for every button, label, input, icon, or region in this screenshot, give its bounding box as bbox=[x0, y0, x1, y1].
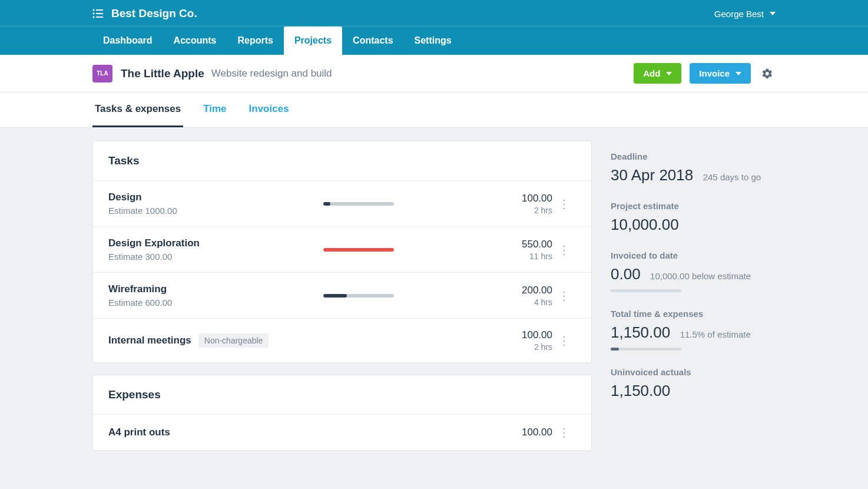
tasks-card: Tasks DesignEstimate 1000.00100.002 hrs⋮… bbox=[92, 141, 592, 363]
task-hours: 4 hrs bbox=[406, 298, 552, 307]
tab-time[interactable]: Time bbox=[201, 92, 228, 127]
nav-item-projects[interactable]: Projects bbox=[284, 27, 342, 55]
task-name: Design Exploration bbox=[108, 237, 200, 249]
row-menu-button[interactable]: ⋮ bbox=[552, 197, 576, 211]
project-description: Website redesign and build bbox=[211, 68, 332, 80]
gear-icon bbox=[761, 68, 773, 80]
invoiced-progress bbox=[611, 289, 681, 292]
nav-item-dashboard[interactable]: Dashboard bbox=[92, 27, 163, 55]
total-label: Total time & expenses bbox=[611, 309, 776, 319]
task-hours: 2 hrs bbox=[406, 342, 552, 352]
invoice-button[interactable]: Invoice bbox=[690, 63, 751, 84]
tab-tasks-expenses[interactable]: Tasks & expenses bbox=[92, 92, 183, 127]
settings-button[interactable] bbox=[759, 65, 776, 82]
tab-invoices[interactable]: Invoices bbox=[247, 92, 291, 127]
task-row[interactable]: Design ExplorationEstimate 300.00550.001… bbox=[93, 226, 591, 272]
total-progress bbox=[611, 348, 681, 351]
row-menu-button[interactable]: ⋮ bbox=[552, 425, 576, 440]
svg-point-0 bbox=[93, 9, 95, 11]
tasks-title: Tasks bbox=[93, 141, 591, 180]
chevron-down-icon bbox=[736, 72, 741, 75]
expenses-title: Expenses bbox=[93, 375, 591, 414]
invoiced-sub: 10,000.00 below estimate bbox=[650, 271, 751, 281]
task-hours: 2 hrs bbox=[406, 206, 552, 215]
invoiced-label: Invoiced to date bbox=[611, 250, 776, 260]
nav-item-contacts[interactable]: Contacts bbox=[342, 27, 403, 55]
task-name: Internal meetings bbox=[108, 335, 191, 346]
add-button-label: Add bbox=[643, 68, 660, 78]
task-estimate: Estimate 1000.00 bbox=[108, 206, 323, 216]
list-icon bbox=[92, 9, 103, 18]
project-tile: TLA bbox=[92, 65, 112, 82]
task-amount: 100.00 bbox=[406, 329, 552, 341]
task-estimate: Estimate 300.00 bbox=[108, 252, 323, 262]
task-row[interactable]: DesignEstimate 1000.00100.002 hrs⋮ bbox=[93, 180, 591, 226]
task-progress bbox=[323, 294, 394, 298]
add-button[interactable]: Add bbox=[634, 63, 681, 84]
project-estimate-value: 10,000.00 bbox=[611, 216, 679, 234]
row-menu-button[interactable]: ⋮ bbox=[552, 243, 576, 257]
task-row[interactable]: Internal meetingsNon-chargeable100.002 h… bbox=[93, 318, 591, 362]
deadline-label: Deadline bbox=[611, 151, 776, 161]
task-name: Wireframing bbox=[108, 283, 167, 295]
svg-point-4 bbox=[93, 16, 95, 18]
deadline-sub: 245 days to go bbox=[703, 172, 761, 182]
deadline-value: 30 Apr 2018 bbox=[611, 166, 693, 184]
nav-item-settings[interactable]: Settings bbox=[404, 27, 462, 55]
svg-rect-1 bbox=[96, 9, 103, 11]
svg-rect-3 bbox=[96, 13, 103, 14]
total-sub: 11.5% of estimate bbox=[680, 329, 751, 339]
row-menu-button[interactable]: ⋮ bbox=[552, 289, 576, 303]
task-row[interactable]: WireframingEstimate 600.00200.004 hrs⋮ bbox=[93, 272, 591, 318]
expense-name: A4 print outs bbox=[108, 427, 170, 438]
brand-name: Best Design Co. bbox=[111, 7, 197, 20]
svg-rect-5 bbox=[96, 16, 103, 18]
task-amount: 100.00 bbox=[406, 193, 552, 204]
nav-item-reports[interactable]: Reports bbox=[227, 27, 283, 55]
user-name: George Best bbox=[714, 9, 764, 19]
project-estimate-label: Project estimate bbox=[611, 201, 776, 211]
expense-amount: 100.00 bbox=[406, 427, 552, 438]
task-amount: 200.00 bbox=[406, 285, 552, 296]
task-amount: 550.00 bbox=[406, 239, 552, 250]
svg-point-2 bbox=[93, 13, 95, 15]
row-menu-button[interactable]: ⋮ bbox=[552, 333, 576, 348]
invoiced-value: 0.00 bbox=[611, 265, 641, 283]
task-estimate: Estimate 600.00 bbox=[108, 298, 323, 308]
expenses-card: Expenses A4 print outs100.00⋮ bbox=[92, 375, 592, 451]
uninvoiced-label: Uninvoiced actuals bbox=[611, 367, 776, 377]
chevron-down-icon bbox=[666, 72, 672, 75]
chevron-down-icon bbox=[770, 12, 776, 15]
nav-item-accounts[interactable]: Accounts bbox=[163, 27, 227, 55]
task-progress bbox=[323, 202, 394, 206]
task-tag: Non-chargeable bbox=[198, 333, 269, 348]
task-progress bbox=[323, 248, 394, 252]
uninvoiced-value: 1,150.00 bbox=[611, 382, 670, 400]
task-name: Design bbox=[108, 191, 142, 203]
brand: Best Design Co. bbox=[92, 7, 197, 20]
project-name: The Little Apple bbox=[121, 67, 204, 80]
total-value: 1,150.00 bbox=[611, 323, 670, 342]
task-hours: 11 hrs bbox=[406, 252, 552, 261]
expense-row[interactable]: A4 print outs100.00⋮ bbox=[93, 414, 591, 450]
invoice-button-label: Invoice bbox=[699, 68, 730, 78]
user-menu[interactable]: George Best bbox=[714, 9, 776, 19]
